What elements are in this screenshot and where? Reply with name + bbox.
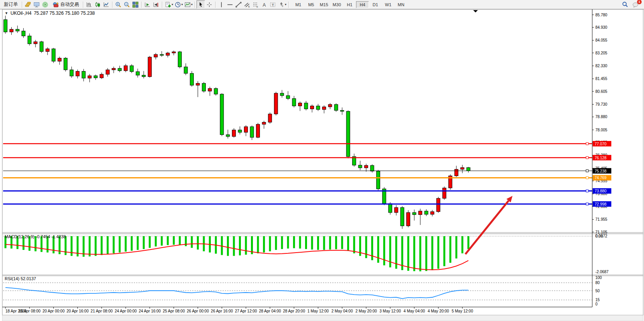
timeframe-m1[interactable]: M1 — [292, 1, 305, 8]
svg-text:20 Apr 00:00: 20 Apr 00:00 — [42, 309, 65, 313]
add-indicator-icon[interactable] — [164, 0, 172, 9]
svg-text:20 Apr 16:00: 20 Apr 16:00 — [67, 309, 89, 313]
timeframe-m30[interactable]: M30 — [330, 1, 343, 8]
svg-text:84.055: 84.055 — [595, 38, 607, 42]
svg-text:50: 50 — [595, 289, 600, 293]
svg-text:21 Apr 08:00: 21 Apr 08:00 — [91, 309, 113, 313]
new-order-label: 新订单 — [4, 1, 18, 8]
new-order-button[interactable]: 新订单 — [2, 1, 20, 8]
chart-menu-icon[interactable]: ▼ — [5, 11, 8, 15]
line-chart-icon[interactable] — [102, 0, 111, 9]
svg-text:75.238: 75.238 — [595, 169, 607, 173]
arrows-icon[interactable] — [277, 0, 286, 9]
auto-scroll-icon[interactable] — [143, 0, 152, 9]
svg-text:81.455: 81.455 — [595, 77, 607, 81]
chart-ohlc: 75.287 75.326 75.180 75.238 — [34, 10, 95, 16]
rsi-label: RSI(14) 52.0137 — [5, 276, 36, 281]
chart-title: ▼ UKOil-,H4 75.287 75.326 75.180 75.238 — [5, 10, 95, 16]
separator — [288, 2, 289, 8]
autotrading-label: 自动交易 — [60, 1, 79, 8]
svg-text:28 Apr 20:00: 28 Apr 20:00 — [283, 309, 305, 313]
cursor-icon[interactable] — [197, 0, 205, 9]
svg-text:76.128: 76.128 — [595, 156, 607, 160]
text-label-icon[interactable]: T — [268, 0, 277, 9]
zoom-out-icon[interactable] — [123, 0, 131, 9]
autotrading-button[interactable]: 自动交易 — [49, 1, 81, 8]
signal-icon[interactable] — [41, 0, 49, 9]
svg-text:82.330: 82.330 — [595, 64, 607, 68]
svg-text:71.955: 71.955 — [595, 217, 607, 222]
svg-text:4 May 04:00: 4 May 04:00 — [404, 309, 425, 313]
svg-text:2 May 04:00: 2 May 04:00 — [332, 309, 353, 313]
svg-text:28 Apr 04:00: 28 Apr 04:00 — [259, 309, 281, 313]
svg-text:3 May 12:00: 3 May 12:00 — [379, 309, 401, 313]
zoom-in-icon[interactable] — [114, 0, 123, 9]
svg-text:84.930: 84.930 — [595, 25, 607, 30]
svg-text:74.769: 74.769 — [595, 176, 607, 180]
trendline-icon[interactable] — [234, 0, 243, 9]
separator — [141, 2, 142, 8]
svg-text:100: 100 — [595, 276, 602, 280]
timeframe-toolbar: M1M5M15M30H1H4D1W1MN — [292, 1, 407, 8]
svg-text:1 May 12:00: 1 May 12:00 — [307, 309, 329, 313]
separator — [83, 2, 83, 8]
svg-text:73.880: 73.880 — [595, 189, 607, 193]
chart-frame — [2, 9, 643, 315]
svg-text:25 Apr 08:00: 25 Apr 08:00 — [163, 309, 185, 313]
chart-symbol: UKOil-,H4 — [11, 10, 32, 16]
toolbar-right: 1 — [621, 0, 642, 9]
bar-chart-icon[interactable] — [85, 0, 93, 9]
svg-text:24 Apr 16:00: 24 Apr 16:00 — [139, 309, 161, 313]
navigator-icon[interactable] — [32, 0, 41, 9]
template-icon[interactable] — [183, 0, 192, 9]
svg-text:24 Apr 00:00: 24 Apr 00:00 — [115, 309, 137, 313]
separator — [22, 2, 22, 8]
svg-text:0: 0 — [595, 302, 598, 306]
mt4-window: 新订单 自动交易 — [0, 0, 644, 321]
svg-text:78.880: 78.880 — [595, 115, 607, 119]
timeframe-h1[interactable]: H1 — [343, 1, 356, 8]
svg-text:77.070: 77.070 — [595, 142, 607, 146]
tile-windows-icon[interactable] — [131, 0, 140, 9]
hline-icon[interactable] — [226, 0, 234, 9]
separator — [112, 2, 112, 8]
search-icon[interactable] — [621, 0, 629, 9]
crosshair-icon[interactable] — [205, 0, 214, 9]
macd-label: MACD(12,26,9) -0.7454 -1.4238 — [5, 234, 66, 239]
separator — [195, 2, 195, 8]
candle-chart-icon[interactable] — [93, 0, 102, 9]
separator — [215, 2, 216, 8]
timeframe-m5[interactable]: M5 — [305, 1, 318, 8]
chat-icon[interactable]: 1 — [632, 0, 640, 9]
svg-text:-2.0687: -2.0687 — [595, 270, 609, 274]
chart-shift-icon[interactable] — [152, 0, 160, 9]
svg-text:F: F — [257, 5, 258, 8]
timeframe-mn[interactable]: MN — [395, 1, 407, 8]
chart-canvas[interactable]: 85.78084.93084.05583.20582.33081.45580.6… — [0, 0, 644, 321]
timeframe-m15[interactable]: M15 — [318, 1, 330, 8]
svg-text:27 Apr 12:00: 27 Apr 12:00 — [235, 309, 257, 313]
timeframe-d1[interactable]: D1 — [369, 1, 382, 8]
text-icon[interactable]: A — [260, 0, 268, 9]
svg-text:A: A — [263, 2, 266, 7]
svg-text:79.730: 79.730 — [595, 102, 607, 106]
toolbar: 新订单 自动交易 — [0, 0, 644, 9]
market-watch-icon[interactable] — [24, 0, 32, 9]
svg-text:26 Apr 16:00: 26 Apr 16:00 — [211, 309, 233, 313]
svg-text:2 May 20:00: 2 May 20:00 — [355, 309, 377, 313]
svg-text:19 Apr 08:00: 19 Apr 08:00 — [18, 309, 40, 313]
timeframe-w1[interactable]: W1 — [382, 1, 395, 8]
fibonacci-icon[interactable]: F — [251, 0, 260, 9]
svg-text:26 Apr 00:00: 26 Apr 00:00 — [187, 309, 209, 313]
channel-icon[interactable]: E — [243, 0, 251, 9]
svg-text:0.00: 0.00 — [595, 234, 603, 238]
svg-text:80: 80 — [595, 281, 600, 285]
notification-badge: 1 — [637, 0, 642, 4]
svg-text:78.005: 78.005 — [595, 128, 607, 132]
svg-text:T: T — [272, 3, 274, 7]
svg-text:E: E — [248, 5, 250, 7]
timeframe-h4[interactable]: H4 — [356, 1, 369, 8]
vline-icon[interactable] — [217, 0, 226, 9]
period-icon[interactable] — [174, 0, 182, 9]
svg-text:4 May 20:00: 4 May 20:00 — [428, 309, 449, 313]
